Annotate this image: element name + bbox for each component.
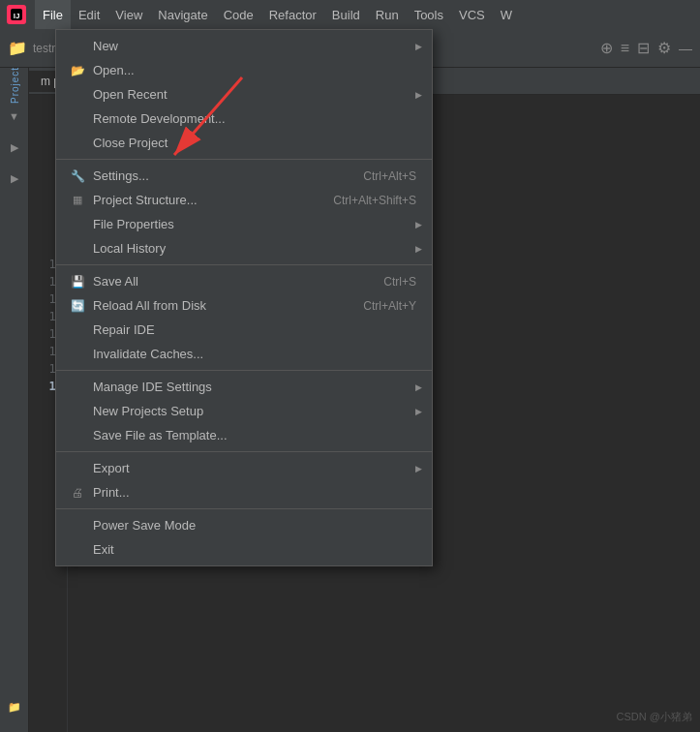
menu-item-file-properties[interactable]: File Properties <box>56 212 432 236</box>
separator-4 <box>56 451 432 452</box>
settings-shortcut: Ctrl+Alt+S <box>363 169 416 183</box>
menu-item-exit[interactable]: Exit <box>56 537 432 562</box>
menu-item-local-history-label: Local History <box>93 241 416 256</box>
menu-item-repair-ide-label: Repair IDE <box>93 322 416 337</box>
menu-item-project-structure-label: Project Structure... <box>93 193 333 207</box>
menu-item-save-all-label: Save All <box>93 274 383 289</box>
save-all-icon: 💾 <box>68 275 87 289</box>
menu-item-exit-label: Exit <box>93 542 416 557</box>
dropdown-overlay[interactable]: New 📂 Open... Open Recent Remote Develop… <box>0 0 700 732</box>
menu-item-close-project[interactable]: Close Project <box>56 131 432 155</box>
menu-item-settings-label: Settings... <box>93 168 363 183</box>
separator-2 <box>56 264 432 265</box>
project-structure-icon: ▦ <box>68 194 87 206</box>
menu-item-new-projects-setup-label: New Projects Setup <box>93 404 416 418</box>
menu-item-remote-dev-label: Remote Development... <box>93 111 416 126</box>
reload-icon: 🔄 <box>68 299 87 313</box>
menu-item-open-label: Open... <box>93 63 416 77</box>
menu-item-print-label: Print... <box>93 485 416 500</box>
menu-item-save-all[interactable]: 💾 Save All Ctrl+S <box>56 269 432 293</box>
menu-item-open-recent-label: Open Recent <box>93 87 416 102</box>
menu-item-save-file-template[interactable]: Save File as Template... <box>56 423 432 447</box>
menu-item-manage-ide[interactable]: Manage IDE Settings <box>56 375 432 399</box>
reload-shortcut: Ctrl+Alt+Y <box>363 299 416 313</box>
open-folder-icon: 📂 <box>68 64 87 77</box>
menu-item-power-save[interactable]: Power Save Mode <box>56 513 432 537</box>
menu-item-new-projects-setup[interactable]: New Projects Setup <box>56 399 432 423</box>
menu-item-print[interactable]: 🖨 Print... <box>56 480 432 504</box>
menu-item-power-save-label: Power Save Mode <box>93 518 416 533</box>
menu-item-save-file-template-label: Save File as Template... <box>93 428 416 442</box>
menu-item-project-structure[interactable]: ▦ Project Structure... Ctrl+Alt+Shift+S <box>56 188 432 212</box>
separator-3 <box>56 370 432 371</box>
menu-item-close-project-label: Close Project <box>93 136 416 150</box>
menu-item-file-properties-label: File Properties <box>93 217 416 231</box>
menu-item-new[interactable]: New <box>56 34 432 58</box>
menu-item-new-label: New <box>93 39 416 53</box>
separator-1 <box>56 159 432 160</box>
menu-item-reload[interactable]: 🔄 Reload All from Disk Ctrl+Alt+Y <box>56 293 432 318</box>
menu-item-repair-ide[interactable]: Repair IDE <box>56 318 432 342</box>
print-icon: 🖨 <box>68 486 87 500</box>
menu-item-manage-ide-label: Manage IDE Settings <box>93 380 416 394</box>
project-structure-shortcut: Ctrl+Alt+Shift+S <box>333 194 416 207</box>
separator-5 <box>56 508 432 509</box>
menu-item-open-recent[interactable]: Open Recent <box>56 82 432 107</box>
menu-item-remote-dev[interactable]: Remote Development... <box>56 107 432 131</box>
menu-item-settings[interactable]: 🔧 Settings... Ctrl+Alt+S <box>56 164 432 188</box>
menu-item-open[interactable]: 📂 Open... <box>56 58 432 82</box>
menu-item-export-label: Export <box>93 461 416 475</box>
menu-item-invalidate-caches-label: Invalidate Caches... <box>93 347 416 361</box>
menu-item-export[interactable]: Export <box>56 456 432 480</box>
menu-item-local-history[interactable]: Local History <box>56 236 432 260</box>
settings-wrench-icon: 🔧 <box>68 169 87 183</box>
file-dropdown-menu: New 📂 Open... Open Recent Remote Develop… <box>55 29 433 566</box>
save-all-shortcut: Ctrl+S <box>383 275 416 289</box>
menu-item-reload-label: Reload All from Disk <box>93 298 363 313</box>
menu-item-invalidate-caches[interactable]: Invalidate Caches... <box>56 342 432 366</box>
